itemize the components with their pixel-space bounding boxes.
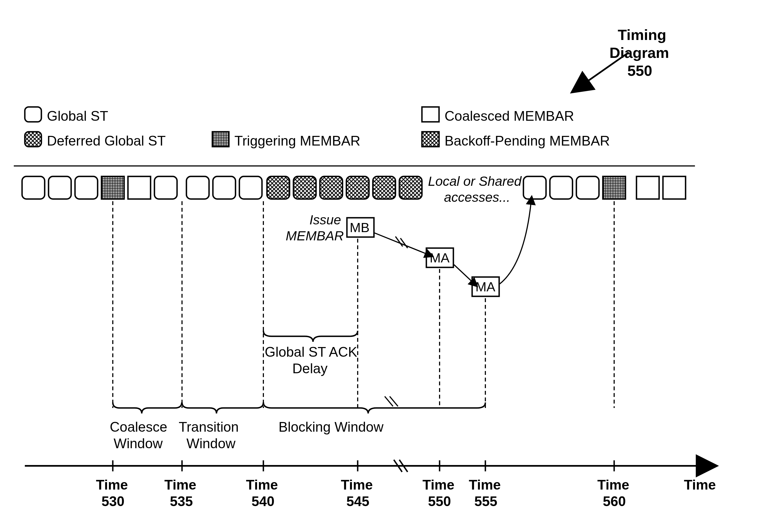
time-560-b: 560: [603, 493, 626, 509]
time-560-a: Time: [597, 477, 629, 493]
legend-global-st: Global ST: [47, 108, 108, 124]
svg-rect-10: [75, 176, 98, 199]
svg-rect-12: [128, 176, 151, 199]
ma-box-label-2: MA: [475, 279, 495, 294]
time-540-a: Time: [246, 477, 278, 493]
time-530-a: Time: [96, 477, 128, 493]
local-or-shared-line-1: Local or Shared: [428, 174, 522, 189]
svg-line-33: [454, 265, 471, 281]
svg-rect-2: [25, 107, 41, 122]
ack-delay-2: Delay: [292, 361, 328, 376]
svg-rect-3: [25, 132, 41, 147]
svg-rect-9: [48, 176, 71, 199]
title-line-2: Diagram: [610, 44, 669, 61]
coalesce-1: Coalesce: [110, 419, 167, 435]
title-line-1: Timing: [618, 26, 666, 43]
issue-membar-line-1: Issue: [309, 212, 341, 227]
title-line-3: 550: [627, 62, 652, 79]
svg-rect-5: [422, 107, 439, 122]
legend-backoff-pending-membar: Backoff-Pending MEMBAR: [444, 133, 610, 149]
time-550-b: 550: [428, 493, 451, 509]
legend-deferred-global-st: Deferred Global ST: [47, 133, 166, 149]
time-535-b: 535: [170, 493, 193, 509]
svg-line-35: [400, 238, 408, 248]
time-535-a: Time: [165, 477, 197, 493]
transition-1: Transition: [179, 419, 239, 435]
blocking-window: Blocking Window: [279, 419, 383, 435]
svg-rect-23: [524, 176, 546, 199]
time-545-a: Time: [341, 477, 373, 493]
svg-rect-16: [239, 176, 262, 199]
time-550-a: Time: [422, 477, 454, 493]
axis-time-label: Time: [684, 477, 716, 493]
svg-rect-15: [213, 176, 235, 199]
svg-rect-6: [422, 132, 439, 147]
svg-rect-17: [267, 176, 289, 199]
svg-rect-26: [603, 176, 625, 199]
time-545-b: 545: [347, 493, 369, 509]
svg-line-43: [385, 397, 393, 406]
svg-rect-19: [320, 176, 343, 199]
time-530-b: 530: [102, 493, 124, 509]
svg-rect-14: [186, 176, 209, 199]
legend-triggering-membar: Triggering MEMBAR: [234, 133, 360, 149]
svg-rect-28: [663, 176, 685, 199]
svg-rect-25: [576, 176, 599, 199]
svg-rect-11: [102, 176, 124, 199]
svg-rect-18: [293, 176, 316, 199]
transition-2: Window: [186, 435, 235, 452]
legend-coalesced-membar: Coalesced MEMBAR: [444, 108, 574, 124]
svg-rect-4: [212, 132, 229, 147]
time-555-a: Time: [469, 477, 501, 493]
svg-rect-21: [373, 176, 395, 199]
ack-delay-1: Global ST ACK: [265, 344, 357, 360]
svg-rect-8: [22, 176, 45, 199]
time-540-b: 540: [252, 493, 274, 509]
svg-rect-27: [636, 176, 659, 199]
issue-membar-line-2: MEMBAR: [286, 228, 344, 243]
svg-rect-20: [347, 176, 369, 199]
ma-box-label-1: MA: [430, 250, 449, 265]
svg-rect-24: [550, 176, 572, 199]
time-555-b: 555: [474, 493, 497, 509]
svg-rect-22: [399, 176, 422, 199]
diagram-svg: [0, 0, 757, 532]
mb-box-label: MB: [350, 220, 370, 235]
svg-line-44: [390, 397, 398, 406]
local-or-shared-line-2: accesses...: [444, 190, 510, 205]
coalesce-2: Window: [114, 435, 163, 452]
svg-rect-13: [154, 176, 177, 199]
